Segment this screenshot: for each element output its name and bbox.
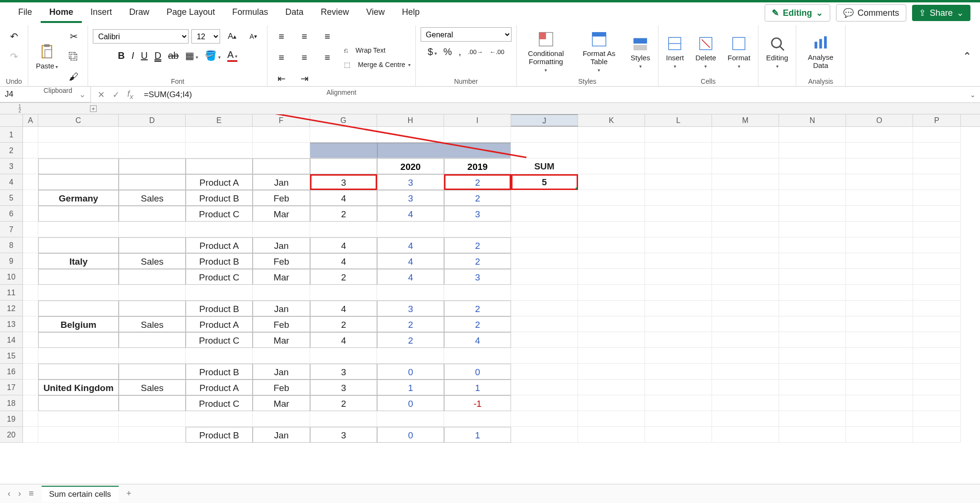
cell-O[interactable] (846, 158, 913, 174)
cell-P[interactable] (913, 206, 961, 222)
cell-E[interactable]: Product C (186, 395, 253, 411)
cell-K[interactable] (578, 143, 645, 158)
cell-E[interactable] (186, 222, 253, 237)
cell-E[interactable]: Product C (186, 206, 253, 222)
fill-color-button[interactable]: 🪣 (205, 50, 221, 61)
font-size-select[interactable]: 12 (191, 29, 220, 44)
cell-K[interactable] (578, 411, 645, 427)
cell-J[interactable] (511, 127, 578, 143)
cell-N[interactable] (779, 348, 846, 364)
cell-L[interactable] (645, 427, 712, 443)
cell-H[interactable]: 4 (377, 269, 444, 285)
editing-button[interactable]: Editing (763, 35, 791, 69)
sheet-tab-active[interactable]: Sum certain cells (42, 486, 119, 502)
cell-P[interactable] (913, 285, 961, 301)
cell-F[interactable]: Feb (253, 190, 310, 206)
cell-E[interactable] (186, 143, 253, 158)
cell-F[interactable]: Feb (253, 316, 310, 332)
cell-K[interactable] (578, 301, 645, 316)
cell-O[interactable] (846, 301, 913, 316)
align-top-icon[interactable]: ≡ (272, 27, 290, 45)
cell-C[interactable] (38, 332, 119, 348)
cell-H[interactable]: 3 (377, 174, 444, 190)
cell-L[interactable] (645, 285, 712, 301)
name-box[interactable]: J4⌄ (0, 87, 91, 102)
outline-expand-icon[interactable]: + (90, 105, 97, 112)
column-header-J[interactable]: J (511, 114, 578, 126)
cell-K[interactable] (578, 285, 645, 301)
bold-button[interactable]: B (118, 50, 124, 61)
cell-J[interactable] (511, 190, 578, 206)
cell-M[interactable] (712, 237, 779, 253)
column-header-F[interactable]: F (253, 114, 310, 126)
tab-prev-icon[interactable]: ‹ (8, 489, 11, 499)
cell-H[interactable]: 3 (377, 190, 444, 206)
column-header-H[interactable]: H (377, 114, 444, 126)
row-header-20[interactable]: 20 (0, 427, 23, 443)
cell-N[interactable] (779, 411, 846, 427)
cell-E[interactable] (186, 411, 253, 427)
cell-H[interactable] (377, 143, 444, 158)
format-as-table-button[interactable]: Format As Table (577, 31, 621, 73)
increase-indent-icon[interactable]: ⇥ (295, 69, 313, 88)
cell-K[interactable] (578, 332, 645, 348)
cell-D[interactable]: Sales (119, 316, 186, 332)
cell-F[interactable]: Jan (253, 364, 310, 380)
cell-P[interactable] (913, 253, 961, 269)
cell-O[interactable] (846, 380, 913, 395)
cell-F[interactable]: Mar (253, 395, 310, 411)
conditional-formatting-button[interactable]: Conditional Formatting (522, 31, 570, 73)
cell-G[interactable]: 2021 (310, 158, 377, 174)
cell-E[interactable]: Product B (186, 253, 253, 269)
cell-H[interactable] (377, 285, 444, 301)
cell-J[interactable] (511, 285, 578, 301)
cell-I[interactable]: 2 (444, 301, 511, 316)
cell-J[interactable] (511, 301, 578, 316)
row-header-10[interactable]: 10 (0, 269, 23, 285)
cell-C[interactable] (38, 206, 119, 222)
comma-button[interactable]: , (458, 46, 461, 57)
cell-L[interactable] (645, 269, 712, 285)
cell-L[interactable] (645, 380, 712, 395)
cell-O[interactable] (846, 174, 913, 190)
cell-F[interactable]: Jan (253, 174, 310, 190)
cell-G[interactable]: 4 (310, 253, 377, 269)
cell-C[interactable] (38, 237, 119, 253)
cell-L[interactable] (645, 127, 712, 143)
cell-N[interactable] (779, 269, 846, 285)
column-header-K[interactable]: K (578, 114, 645, 126)
cell-D[interactable]: Sales (119, 190, 186, 206)
row-header-14[interactable]: 14 (0, 332, 23, 348)
row-header-18[interactable]: 18 (0, 395, 23, 411)
cell-N[interactable] (779, 316, 846, 332)
currency-button[interactable]: $ (428, 46, 437, 57)
cell-N[interactable] (779, 253, 846, 269)
cell-G[interactable]: 2 (310, 206, 377, 222)
cell-O[interactable] (846, 269, 913, 285)
underline-button[interactable]: U (141, 50, 147, 61)
cell-M[interactable] (712, 174, 779, 190)
cell-H[interactable]: 0 (377, 395, 444, 411)
accept-formula-icon[interactable]: ✓ (112, 89, 120, 100)
cell-L[interactable] (645, 364, 712, 380)
cell-G[interactable]: 4 (310, 190, 377, 206)
cell-G[interactable]: 3 (310, 380, 377, 395)
menu-tab-home[interactable]: Home (41, 3, 82, 23)
cell-E[interactable]: Product A (186, 316, 253, 332)
menu-tab-formulas[interactable]: Formulas (223, 3, 277, 23)
cell-E[interactable]: Product A (186, 174, 253, 190)
cell-C[interactable]: Belgium (38, 316, 119, 332)
cell-A[interactable] (23, 316, 38, 332)
cell-J[interactable] (511, 253, 578, 269)
cell-C[interactable] (38, 174, 119, 190)
cell-E[interactable] (186, 348, 253, 364)
menu-tab-view[interactable]: View (357, 3, 393, 23)
font-name-select[interactable]: Calibri (93, 29, 189, 44)
cell-A[interactable] (23, 222, 38, 237)
cell-H[interactable] (377, 411, 444, 427)
cell-G[interactable] (310, 143, 377, 158)
cell-O[interactable] (846, 364, 913, 380)
cell-I[interactable]: 1 (444, 427, 511, 443)
column-header-L[interactable]: L (645, 114, 712, 126)
cell-J[interactable] (511, 364, 578, 380)
